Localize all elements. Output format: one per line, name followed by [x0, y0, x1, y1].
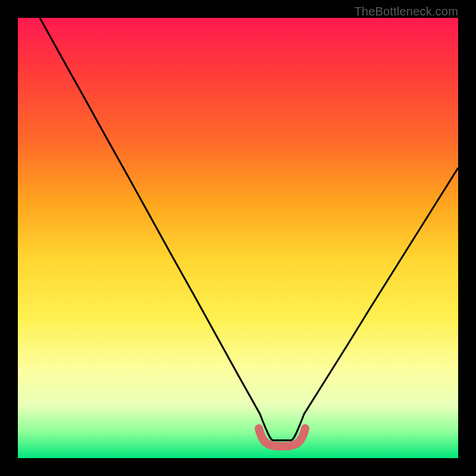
- chart-container: TheBottleneck.com: [0, 0, 476, 476]
- bottleneck-curve-line: [40, 18, 458, 440]
- optimal-range-marker: [259, 428, 305, 446]
- watermark-text: TheBottleneck.com: [354, 5, 458, 18]
- chart-svg: [18, 18, 458, 458]
- plot-area: [18, 18, 458, 458]
